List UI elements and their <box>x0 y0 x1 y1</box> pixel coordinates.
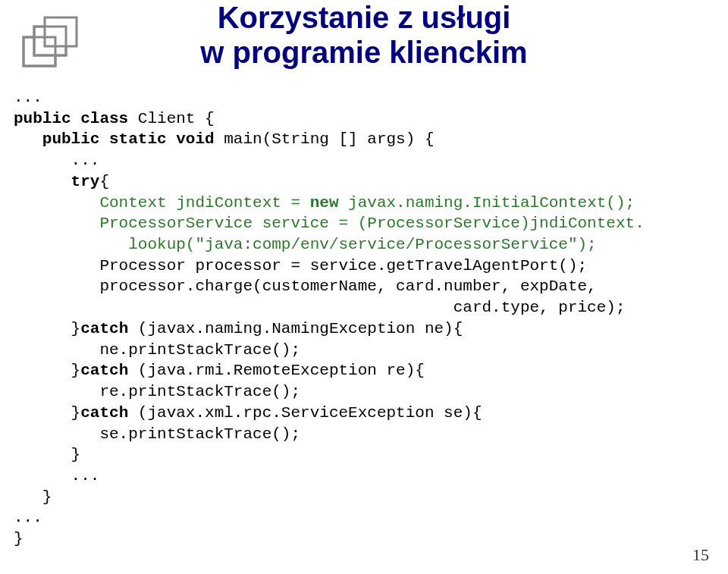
code-line: } <box>14 488 52 506</box>
code-line: re.printStackTrace(); <box>14 383 300 400</box>
code-keyword: new <box>310 194 348 212</box>
code-line: ne.printStackTrace(); <box>14 341 300 359</box>
code-line: ... <box>14 152 99 169</box>
code-line: ... <box>14 467 99 485</box>
title-line-1: Korzystanie z usługi <box>218 1 511 34</box>
code-context: lookup("java:comp/env/service/ProcessorS… <box>14 236 597 253</box>
code-context: ProcessorService service = (ProcessorSer… <box>14 215 645 232</box>
code-line: Processor processor = service.getTravelA… <box>14 257 587 274</box>
code-line: processor.charge(customerName, card.numb… <box>14 278 597 295</box>
code-context: javax.naming.InitialContext(); <box>348 194 635 212</box>
code-text: (javax.xml.rpc.ServiceException se){ <box>138 404 482 422</box>
code-text: } <box>14 362 80 379</box>
code-block: ... public class Client { public static … <box>14 87 645 550</box>
code-text: } <box>14 320 80 337</box>
code-line: ... <box>14 89 42 106</box>
code-text: main(String [] args) { <box>224 130 434 148</box>
code-keyword: catch <box>80 404 138 422</box>
code-context: Context jndiContext = <box>14 194 310 212</box>
code-line: se.printStackTrace(); <box>14 425 300 443</box>
code-line: card.type, price); <box>14 299 626 316</box>
code-line: } <box>14 446 80 463</box>
code-keyword: public static void <box>14 130 224 148</box>
code-line: } <box>14 530 24 547</box>
code-keyword: public class <box>14 110 138 127</box>
slide-title: Korzystanie z usługi w programie klienck… <box>0 0 728 70</box>
page-number: 15 <box>692 545 709 565</box>
code-text: Client { <box>138 110 215 127</box>
code-keyword: catch <box>80 320 138 337</box>
title-line-2: w programie klienckim <box>200 36 527 69</box>
code-text: (java.rmi.RemoteException re){ <box>138 362 425 379</box>
code-line: ... <box>14 509 42 526</box>
code-keyword: catch <box>80 362 138 379</box>
code-text: (javax.naming.NamingException ne){ <box>138 320 463 337</box>
code-keyword: try <box>14 173 99 190</box>
code-text: } <box>14 404 80 422</box>
code-text: { <box>99 173 109 190</box>
